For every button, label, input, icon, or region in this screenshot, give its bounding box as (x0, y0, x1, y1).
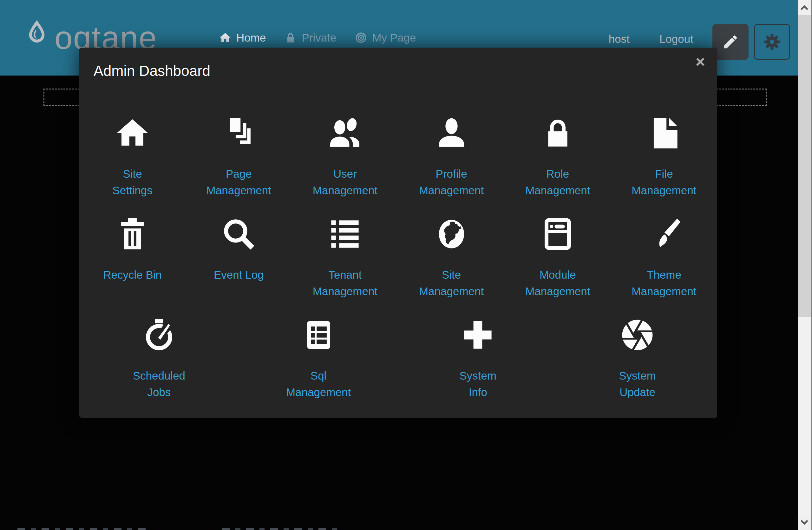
target-icon (354, 31, 367, 44)
scroll-down-button[interactable] (798, 515, 811, 530)
tile-label: Page Management (206, 166, 271, 199)
tile-label: Module Management (525, 267, 590, 300)
clipped-bottom-content (222, 528, 341, 530)
admin-tile-scheduled-jobs[interactable]: Scheduled Jobs (79, 317, 239, 401)
magnifying-glass-icon (220, 216, 257, 252)
lock-icon (284, 31, 297, 44)
close-button[interactable] (696, 57, 705, 67)
brush-icon (646, 216, 682, 252)
modal-title: Admin Dashboard (93, 62, 210, 79)
pencil-icon (722, 33, 739, 51)
aperture-icon (619, 317, 656, 353)
layers-icon (220, 115, 257, 152)
tile-label: File Management (632, 166, 696, 199)
admin-tile-file-management[interactable]: File Management (611, 115, 717, 199)
browser-icon (539, 216, 576, 252)
admin-tile-profile-management[interactable]: Profile Management (398, 115, 505, 199)
admin-dashboard-modal: Admin Dashboard Site SettingsPage Manage… (79, 47, 717, 418)
tile-label: Recycle Bin (103, 267, 162, 300)
admin-tile-role-management[interactable]: Role Management (505, 115, 611, 199)
chevron-down-icon (800, 519, 809, 525)
tile-label: Site Settings (112, 166, 152, 199)
admin-tile-theme-management[interactable]: Theme Management (611, 216, 717, 300)
user-link[interactable]: host (609, 30, 629, 45)
file-icon (646, 115, 682, 152)
droplet-logo-icon (24, 19, 49, 57)
tile-label: Profile Management (419, 166, 484, 199)
nav-link-label: Private (302, 31, 336, 44)
tile-label: User Management (313, 166, 377, 199)
vertical-scrollbar[interactable] (798, 0, 812, 530)
tile-row: Site SettingsPage ManagementUser Managem… (79, 115, 717, 199)
tile-label: Sql Management (286, 368, 351, 401)
nav-link-label: Home (236, 31, 266, 44)
admin-tile-system-update[interactable]: System Update (557, 317, 717, 401)
nav-link-home[interactable]: Home (219, 31, 266, 44)
logout-link[interactable]: Logout (659, 30, 693, 45)
nav-link-private[interactable]: Private (284, 31, 336, 44)
admin-tile-system-info[interactable]: System Info (398, 317, 558, 401)
globe-icon (433, 216, 470, 252)
home-icon (219, 31, 232, 44)
chevron-up-icon (800, 5, 809, 11)
admin-tile-recycle-bin[interactable]: Recycle Bin (79, 216, 186, 300)
tile-label: Role Management (525, 166, 590, 199)
modal-header: Admin Dashboard (79, 47, 717, 94)
admin-tile-site-settings[interactable]: Site Settings (79, 115, 186, 199)
admin-tile-grid: Site SettingsPage ManagementUser Managem… (79, 94, 717, 401)
tile-label: System Info (460, 368, 497, 401)
nav-link-my-page[interactable]: My Page (354, 31, 416, 44)
tile-label: Theme Management (632, 267, 696, 300)
tile-label: System Update (619, 368, 656, 401)
tile-label: Event Log (214, 267, 264, 300)
nav-link-label: My Page (372, 31, 416, 44)
list-icon (327, 216, 363, 252)
settings-button[interactable] (754, 24, 790, 60)
tile-label: Site Management (419, 267, 484, 300)
home-icon (114, 115, 151, 152)
admin-tile-module-management[interactable]: Module Management (505, 216, 611, 300)
gear-icon (763, 32, 782, 52)
admin-tile-sql-management[interactable]: Sql Management (239, 317, 398, 401)
person-icon (433, 115, 470, 152)
tile-row: Recycle BinEvent LogTenant ManagementSit… (79, 216, 717, 300)
clipped-bottom-content (17, 528, 149, 530)
admin-tile-site-management[interactable]: Site Management (398, 216, 505, 300)
admin-tile-page-management[interactable]: Page Management (186, 115, 292, 199)
admin-tile-tenant-management[interactable]: Tenant Management (292, 216, 398, 300)
admin-tile-user-management[interactable]: User Management (292, 115, 398, 199)
plus-icon (460, 317, 496, 353)
tile-row: Scheduled JobsSql ManagementSystem InfoS… (79, 317, 717, 401)
edit-button[interactable] (712, 24, 749, 60)
scroll-up-button[interactable] (798, 0, 811, 15)
lock-icon (539, 115, 576, 152)
trash-icon (114, 216, 151, 252)
close-icon (696, 57, 705, 67)
people-icon (327, 115, 363, 152)
spreadsheet-icon (300, 317, 337, 353)
scrollbar-thumb[interactable] (798, 15, 811, 317)
tile-label: Scheduled Jobs (133, 368, 185, 401)
timer-icon (141, 317, 177, 353)
admin-tile-event-log[interactable]: Event Log (186, 216, 292, 300)
tile-label: Tenant Management (313, 267, 377, 300)
